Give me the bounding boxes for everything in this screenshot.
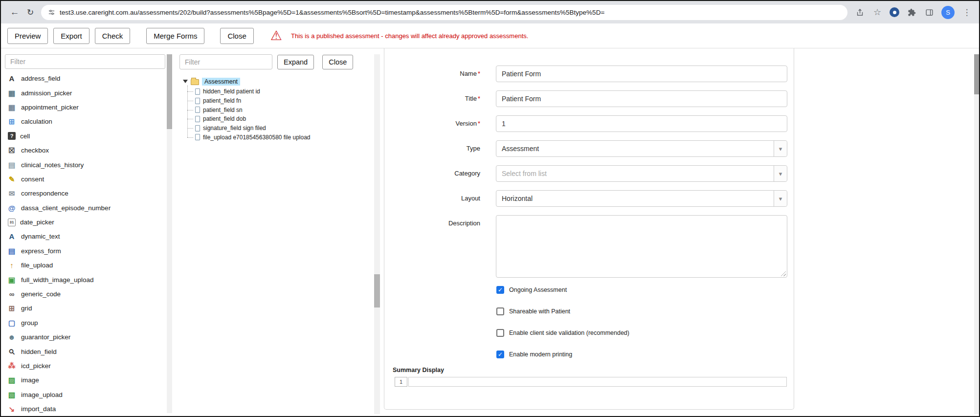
field-title-input[interactable] [496,90,787,107]
palette-item-address-field[interactable]: Aaddress_field [5,71,165,86]
palette-item-icd-picker[interactable]: ⁂icd_picker [5,359,165,373]
palette-item-image[interactable]: ▨image [5,373,165,387]
palette-item-dassa-client-episode-number[interactable]: @dassa_client_episode_number [5,201,165,215]
palette-item-clinical-notes-history[interactable]: ▤clinical_notes_history [5,157,165,172]
dassa-client-episode-number-icon: @ [7,204,17,212]
toolbar-button-merge-forms[interactable]: Merge Forms [146,28,204,44]
field-layout-select[interactable]: Horizontal▾ [496,190,787,207]
field-label: Type [384,140,496,157]
palette-item-express-form[interactable]: ▤express_form [5,244,165,258]
structure-panel: Expand Close Assessment hidden_field pat… [179,54,373,416]
field-version-input[interactable] [496,115,787,132]
tree-panel-scrollbar-thumb[interactable] [374,274,380,307]
palette-item-appointment-picker[interactable]: ▦appointment_picker [5,100,165,114]
image-icon: ▨ [7,376,17,384]
bookmark-star-icon[interactable]: ☆ [872,7,883,18]
page-scrollbar-thumb[interactable] [974,54,979,94]
palette-scrollbar[interactable] [167,54,172,413]
checkbox-shareable-with-patient[interactable]: Shareable with Patient [496,307,794,315]
tree-close-button[interactable]: Close [322,55,353,69]
icd-picker-icon: ⁂ [7,362,17,370]
expand-button[interactable]: Expand [277,55,314,69]
palette-item-label: cell [20,132,30,140]
tree-node-file-upload-e70185456380580-file-upload[interactable]: file_upload e70185456380580 file upload [185,132,373,142]
dynamic-text-icon: A [7,233,17,240]
palette-item-label: checkbox [21,147,49,154]
required-asterisk: * [478,70,480,77]
tree-node-patient-field-dob[interactable]: patient_field dob [185,114,373,124]
page-scrollbar[interactable] [974,54,979,414]
tree-panel-scrollbar[interactable] [374,54,380,414]
warning-icon: ⚠ [270,29,282,43]
checkbox-icon[interactable]: ✓ [496,286,504,294]
profile-avatar[interactable]: S [941,6,955,19]
tree-node-signature-field-sign-filed[interactable]: signature_field sign filed [185,124,373,133]
checkbox-enable-client-side-validation-recommended[interactable]: Enable client side validation (recommend… [496,329,794,337]
field-description-textarea[interactable] [496,215,787,278]
palette-item-hidden-field[interactable]: ⚲hidden_field [5,344,165,358]
generic-code-icon: ∞ [7,290,17,298]
palette-item-file-upload[interactable]: ↑file_upload [5,258,165,272]
checkbox-ongoing-assessment[interactable]: ✓Ongoing Assessment [496,286,794,294]
palette-item-admission-picker[interactable]: ▦admission_picker [5,86,165,100]
palette-item-label: guarantor_picker [21,333,70,341]
palette-item-full-width-image-upload[interactable]: ▣full_width_image_upload [5,272,165,286]
tree-node-patient-field-fn[interactable]: patient_field fn [185,96,373,106]
toolbar-button-export[interactable]: Export [53,28,89,44]
url-bar[interactable]: test3.use.careright.com.au/assessments/2… [41,5,847,20]
palette-item-generic-code[interactable]: ∞generic_code [5,287,165,301]
checkbox-icon[interactable]: ✓ [496,351,504,358]
palette-item-group[interactable]: ▢group [5,316,165,330]
field-name-input[interactable] [496,66,787,82]
palette-item-consent[interactable]: ✎consent [5,172,165,186]
field-category-select[interactable]: Select from list▾ [496,165,787,182]
palette-item-label: file_upload [21,262,53,269]
summary-display-input[interactable] [408,377,787,387]
palette-item-image-upload[interactable]: ▧image_upload [5,388,165,402]
palette-filter-input[interactable] [5,54,165,69]
field-row-type: TypeAssessment▾ [384,140,794,157]
tree-root-assessment[interactable]: Assessment [183,76,373,87]
checkbox-enable-modern-printing[interactable]: ✓Enable modern printing [496,351,794,358]
palette-item-guarantor-picker[interactable]: ☻guarantor_picker [5,330,165,344]
dropdown-caret-icon[interactable]: ▾ [774,166,787,181]
palette-scrollbar-thumb[interactable] [167,54,172,129]
checkbox-icon[interactable] [496,329,504,337]
extension-icon[interactable] [890,7,899,17]
back-icon[interactable]: ← [7,7,22,18]
tree-node-hidden-field-patient-id[interactable]: hidden_field patient id [185,87,373,96]
toolbar-button-close[interactable]: Close [220,28,253,44]
tree-filter-input[interactable] [179,54,272,69]
share-icon[interactable] [854,7,865,18]
site-info-icon[interactable] [48,9,55,16]
extensions-puzzle-icon[interactable] [906,7,917,18]
document-icon [195,116,200,122]
collapse-caret-icon[interactable] [183,80,188,83]
field-label: Title* [384,90,496,107]
checkbox-icon[interactable] [496,307,504,315]
menu-kebab-icon[interactable]: ⋮ [961,7,972,18]
dropdown-caret-icon[interactable]: ▾ [774,191,787,206]
properties-fields: Name*Title*Version*TypeAssessment▾Catego… [384,66,794,278]
field-type-select[interactable]: Assessment▾ [496,140,787,157]
palette-item-date-picker[interactable]: 31date_picker [5,215,165,229]
reload-icon[interactable]: ↻ [22,7,38,18]
tree-node-patient-field-sn[interactable]: patient_field sn [185,105,373,114]
palette-item-import-data[interactable]: ↘import_data [5,402,165,416]
palette-item-correspondence[interactable]: ✉correspondence [5,186,165,200]
toolbar-button-preview[interactable]: Preview [7,28,48,44]
palette-item-checkbox[interactable]: ☒checkbox [5,143,165,157]
tree-node-label: signature_field sign filed [203,125,266,132]
palette-item-grid[interactable]: ⊞grid [5,301,165,315]
main-content: Aaddress_field▦admission_picker▦appointm… [1,48,979,416]
palette-item-calculation[interactable]: ⊞calculation [5,114,165,129]
warning-text: This is a published assessment - changes… [291,32,528,40]
palette-item-cell[interactable]: ?cell [5,129,165,143]
palette-item-dynamic-text[interactable]: Adynamic_text [5,229,165,243]
dropdown-caret-icon[interactable]: ▾ [774,141,787,156]
side-panel-icon[interactable] [924,7,935,18]
palette-item-label: calculation [21,118,52,125]
toolbar-button-check[interactable]: Check [95,28,131,44]
palette-item-label: clinical_notes_history [21,161,84,169]
field-row-version: Version* [384,115,794,132]
